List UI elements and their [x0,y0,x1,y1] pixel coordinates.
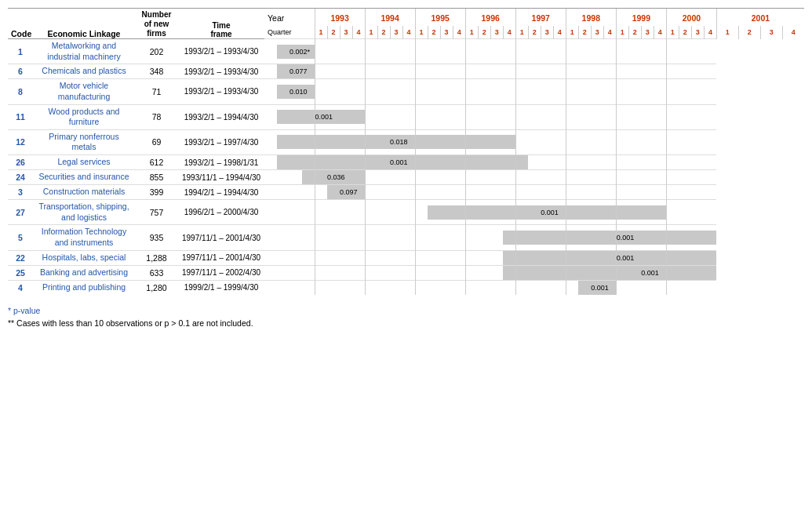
th-year-1994: 1994 [365,9,415,27]
gantt-cell [603,170,616,185]
gantt-cell [541,155,553,170]
table-row: 11Wood products and furniture781993/2/1 … [8,104,804,129]
gantt-cell [616,39,628,64]
gantt-cell [415,64,428,79]
gantt-cell [365,64,377,79]
gantt-cell [641,79,654,104]
gantt-cell: 0.001 [616,225,628,250]
gantt-cell [691,155,704,170]
table-row: 3Construction materials3991994/2/1 – 199… [8,185,804,200]
gantt-cell [315,129,327,154]
qh: 4 [704,26,716,38]
gantt-cell [528,170,541,185]
gantt-cell [264,265,277,280]
header-year-row: Code Economic Linkage Number of new firm… [8,9,804,27]
gantt-cell [515,104,528,129]
linkage-cell: Transportation, shipping, and logistics [33,200,135,225]
gantt-cell [277,250,289,265]
gantt-cell [315,170,327,185]
th-year-1999: 1999 [616,9,666,27]
firms-cell: 71 [135,79,178,104]
gantt-cell [440,200,453,225]
gantt-cell [641,129,654,154]
gantt-cell [327,200,340,225]
gantt-cell [490,225,503,250]
gantt-cell [302,280,315,295]
gantt-cell [490,129,503,154]
gantt-cell [566,265,578,280]
gantt-cell [365,280,377,295]
gantt-cell [679,250,691,265]
gantt-cell [390,39,402,64]
firms-cell: 855 [135,170,178,185]
gantt-cell [616,200,628,225]
gantt-cell [315,200,327,225]
gantt-cell [578,104,591,129]
gantt-cell [641,39,654,64]
gantt-cell [478,170,490,185]
linkage-cell: Legal services [33,155,135,170]
gantt-cell [578,280,591,295]
gantt-cell [578,129,591,154]
qh: 2 [578,26,591,38]
gantt-cell [691,129,704,154]
gantt-cell [402,39,415,64]
qh: 1 [716,26,738,38]
gantt-cell [541,280,553,295]
gantt-cell [440,265,453,280]
gantt-cell [679,170,691,185]
gantt-cell [503,79,515,104]
gantt-cell [440,155,453,170]
gantt-cell: 0.036 [327,170,340,185]
qh: 2 [377,26,390,38]
firms-cell: 69 [135,129,178,154]
gantt-cell [490,200,503,225]
linkage-cell: Hospitals, labs, special [33,250,135,265]
linkage-cell: Printing and publishing [33,280,135,295]
gantt-cell [704,185,716,200]
gantt-cell [415,265,428,280]
gantt-cell [352,250,365,265]
gantt-cell [428,185,440,200]
gantt-cell [628,39,641,64]
gantt-cell [428,79,440,104]
gantt-cell [352,265,365,280]
gantt-cell [315,265,327,280]
gantt-cell [352,39,365,64]
qh: 4 [503,26,515,38]
qh: 2 [327,26,340,38]
gantt-cell [440,170,453,185]
gantt-cell [465,170,478,185]
gantt-cell [428,39,440,64]
gantt-cell [616,265,628,280]
qh: 4 [654,26,666,38]
gantt-cell [503,225,515,250]
gantt-cell [365,225,377,250]
gantt-cell [691,39,704,64]
gantt-cell [478,155,490,170]
gantt-cell [628,185,641,200]
gantt-cell [515,39,528,64]
gantt-cell [465,225,478,250]
gantt-cell [528,129,541,154]
th-year-1995: 1995 [415,9,465,27]
gantt-cell [704,129,716,154]
gantt-cell [704,265,716,280]
gantt-cell [691,280,704,295]
timeframe-cell: 1996/2/1 – 2000/4/30 [178,200,264,225]
table-row: 25Banking and advertising6331997/11/1 – … [8,265,804,280]
gantt-cell [528,225,541,250]
gantt-cell [415,225,428,250]
gantt-cell [654,64,666,79]
gantt-cell [490,170,503,185]
gantt-cell [654,200,666,225]
gantt-cell [365,200,377,225]
footnotes: * p-value ** Cases with less than 10 obs… [8,306,804,328]
gantt-cell [340,280,352,295]
th-year-1993: 1993 [315,9,365,27]
qh: 2 [428,26,440,38]
gantt-cell [528,39,541,64]
gantt-cell [654,79,666,104]
code-cell: 3 [8,185,33,200]
gantt-cell [453,185,465,200]
